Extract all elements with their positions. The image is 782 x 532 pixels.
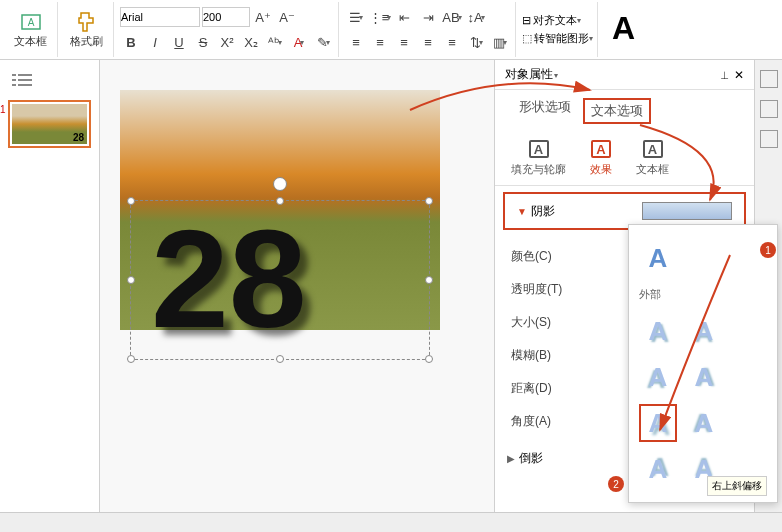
rotate-handle[interactable] (273, 177, 287, 191)
resize-handle-br[interactable] (425, 355, 433, 363)
resize-handle-bm[interactable] (276, 355, 284, 363)
align-right-button[interactable]: ≡ (393, 31, 415, 53)
panel-tabs: 形状选项 文本选项 (495, 90, 754, 132)
resize-handle-tl[interactable] (127, 197, 135, 205)
highlight-button[interactable]: ✎▾ (312, 31, 334, 53)
side-tool-1[interactable] (760, 70, 778, 88)
panel-header: 对象属性 ▾ ⟂ ✕ (495, 60, 754, 90)
shadow-preset-6[interactable]: A (685, 404, 723, 442)
smartart-label: 转智能图形 (534, 31, 589, 46)
decrease-indent-button[interactable]: ⇤ (393, 6, 415, 28)
strike-button[interactable]: S (192, 31, 214, 53)
panel-subtabs: A 填充与轮廓 A 效果 A 文本框 (495, 132, 754, 186)
resize-handle-bl[interactable] (127, 355, 135, 363)
numbering-button[interactable]: ⋮≡▾ (369, 6, 391, 28)
columns-button[interactable]: ▥▾ (489, 31, 511, 53)
ribbon-toolbar: A 文本框 格式刷 A⁺ A⁻ B I U S X² X₂ ᴬᵇ▾ A▾ ✎▾ (0, 0, 782, 60)
resize-handle-mr[interactable] (425, 276, 433, 284)
ribbon-group-align: ⊟ 对齐文本 ▾ ⬚ 转智能图形 ▾ (518, 2, 598, 57)
format-painter-button[interactable]: 格式刷 (64, 8, 109, 51)
shadow-preset-3[interactable]: A (639, 358, 677, 396)
close-icon[interactable]: ✕ (734, 68, 744, 82)
shadow-preset-1[interactable]: A (639, 312, 677, 350)
annotation-badge-1: 1 (760, 242, 776, 258)
svg-rect-5 (18, 79, 32, 81)
align-left-button[interactable]: ≡ (345, 31, 367, 53)
subscript-button[interactable]: X₂ (240, 31, 262, 53)
resize-handle-tr[interactable] (425, 197, 433, 205)
decrease-indent-icon: ⇤ (399, 10, 410, 25)
slide: 28 (120, 90, 440, 330)
annotation-badge-2: 2 (608, 476, 624, 492)
ribbon-group-textbox: A 文本框 (4, 2, 58, 57)
line-spacing-button[interactable]: ⇅▾ (465, 31, 487, 53)
textbox-button[interactable]: A 文本框 (8, 8, 53, 51)
side-tool-2[interactable] (760, 100, 778, 118)
pin-icon[interactable]: ⟂ (721, 68, 728, 82)
subtab-fill-outline[interactable]: A 填充与轮廓 (511, 140, 566, 177)
subtab-effects[interactable]: A 效果 (590, 140, 612, 177)
underline-button[interactable]: U (168, 31, 190, 53)
align-text-button[interactable]: ⊟ 对齐文本 ▾ (522, 13, 581, 28)
smartart-button[interactable]: ⬚ 转智能图形 ▾ (522, 31, 593, 46)
font-size-select[interactable] (202, 7, 250, 27)
italic-button[interactable]: I (144, 31, 166, 53)
align-center-icon: ≡ (376, 35, 384, 50)
decrease-font-button[interactable]: A⁻ (276, 6, 298, 28)
bold-button[interactable]: B (120, 31, 142, 53)
numbering-icon: ⋮≡ (369, 10, 390, 25)
shadow-preset-dropdown[interactable] (642, 202, 732, 220)
textbox-selection[interactable]: 28 (130, 200, 430, 360)
font-name-select[interactable] (120, 7, 200, 27)
align-center-button[interactable]: ≡ (369, 31, 391, 53)
align-text-icon: ⊟ (522, 14, 531, 27)
preset-tooltip: 右上斜偏移 (707, 476, 767, 496)
subtab-textbox[interactable]: A 文本框 (636, 140, 669, 177)
ribbon-group-font: A⁺ A⁻ B I U S X² X₂ ᴬᵇ▾ A▾ ✎▾ (116, 2, 339, 57)
textbox-text[interactable]: 28 (131, 201, 429, 357)
font-color-button[interactable]: A▾ (288, 31, 310, 53)
align-right-icon: ≡ (400, 35, 408, 50)
effects-icon: A (591, 140, 611, 158)
bullets-button[interactable]: ☰▾ (345, 6, 367, 28)
superscript-button[interactable]: X² (216, 31, 238, 53)
char-spacing-button[interactable]: AB▾ (441, 6, 463, 28)
fill-outline-icon: A (529, 140, 549, 158)
side-tool-3[interactable] (760, 130, 778, 148)
align-text-label: 对齐文本 (533, 13, 577, 28)
textbox-tab-icon: A (643, 140, 663, 158)
distribute-button[interactable]: ≡ (441, 31, 463, 53)
collapse-icon: ▶ (507, 453, 515, 464)
shadow-preset-7[interactable]: A (639, 450, 677, 488)
shadow-preset-5[interactable]: A (639, 404, 677, 442)
smartart-icon: ⬚ (522, 32, 532, 45)
gallery-section-outer: 外部 (637, 283, 769, 306)
slide-thumbnail[interactable]: 1 28 (8, 100, 91, 148)
textbox-label: 文本框 (14, 34, 47, 49)
svg-rect-6 (12, 84, 16, 86)
svg-rect-2 (12, 74, 16, 76)
wordart-preview: A (600, 2, 647, 57)
shadow-preset-2[interactable]: A (685, 312, 723, 350)
increase-indent-button[interactable]: ⇥ (417, 6, 439, 28)
slide-canvas[interactable]: 28 (100, 60, 494, 512)
outline-toggle-icon[interactable] (12, 72, 32, 88)
svg-rect-3 (18, 74, 32, 76)
align-justify-icon: ≡ (424, 35, 432, 50)
thumbnail-image: 28 (12, 104, 87, 144)
resize-handle-ml[interactable] (127, 276, 135, 284)
shadow-none[interactable]: A (639, 239, 677, 277)
increase-font-button[interactable]: A⁺ (252, 6, 274, 28)
text-direction-button[interactable]: ↕A▾ (465, 6, 487, 28)
shadow-preset-gallery: A 外部 A A A A A A A A 右上斜偏移 (628, 224, 778, 503)
tab-shape-options[interactable]: 形状选项 (519, 98, 571, 124)
svg-rect-4 (12, 79, 16, 81)
ribbon-group-paragraph: ☰▾ ⋮≡▾ ⇤ ⇥ AB▾ ↕A▾ ≡ ≡ ≡ ≡ ≡ ⇅▾ ▥▾ (341, 2, 516, 57)
textbox-icon: A (19, 10, 43, 34)
tab-text-options[interactable]: 文本选项 (583, 98, 651, 124)
resize-handle-tm[interactable] (276, 197, 284, 205)
expand-icon: ▼ (517, 206, 527, 217)
change-case-button[interactable]: ᴬᵇ▾ (264, 31, 286, 53)
shadow-preset-4[interactable]: A (685, 358, 723, 396)
align-justify-button[interactable]: ≡ (417, 31, 439, 53)
